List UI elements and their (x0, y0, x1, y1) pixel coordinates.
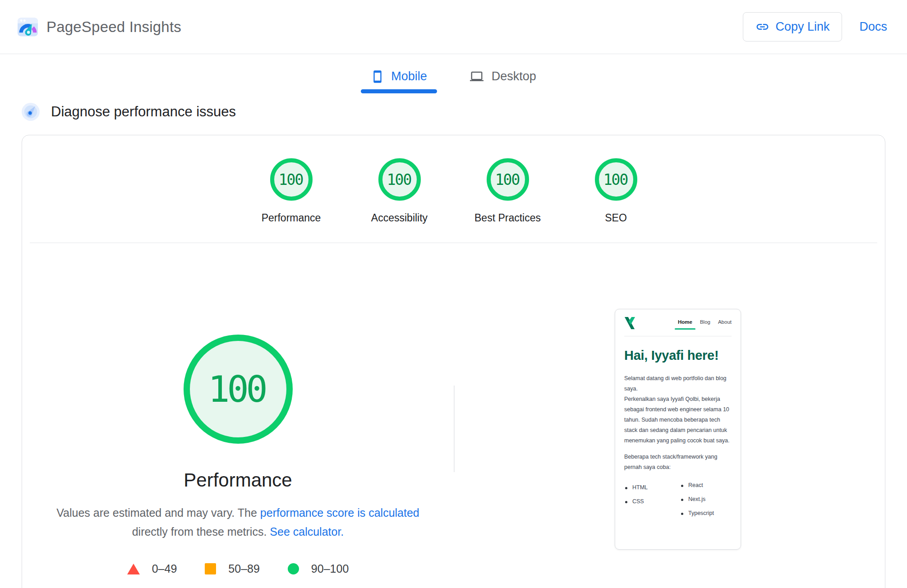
score-circle: 100 (378, 158, 421, 201)
page-screenshot-thumbnail[interactable]: Home Blog About Hai, Iyyafi here! Selama… (615, 309, 741, 550)
score-value: 100 (604, 171, 628, 188)
docs-link[interactable]: Docs (859, 20, 887, 34)
mini-site-paragraph: Perkenalkan saya Iyyafi Qolbi, bekerja s… (624, 394, 732, 446)
copy-link-label: Copy Link (775, 20, 829, 34)
category-score-row: 100 Performance 100 Accessibility 100 Be… (22, 135, 885, 243)
laptop-icon (469, 70, 485, 83)
tab-desktop[interactable]: Desktop (458, 64, 547, 93)
score-value: 100 (496, 171, 520, 188)
list-item: React (680, 482, 732, 488)
score-circle: 100 (487, 158, 529, 201)
mini-site-list-left: HTML CSS (624, 477, 680, 516)
mini-nav-home: Home (678, 319, 692, 325)
header-actions: Copy Link Docs (743, 12, 887, 41)
score-disclaimer: Values are estimated and may vary. The p… (40, 503, 437, 541)
pagespeed-logo-icon (17, 15, 39, 39)
copy-link-button[interactable]: Copy Link (743, 12, 842, 41)
score-label: Best Practices (474, 212, 541, 224)
mini-site-list-right: React Next.js Typescript (680, 474, 732, 516)
performance-section: 100 Performance Values are estimated and… (22, 243, 885, 588)
device-tabbar: Mobile Desktop (0, 64, 907, 93)
disclaimer-text: Values are estimated and may vary. The (56, 506, 260, 519)
green-circle-icon (288, 563, 299, 574)
legend-item-pass: 90–100 (288, 562, 349, 575)
link-icon (755, 20, 769, 34)
score-circle: 100 (270, 158, 313, 201)
list-item: Typescript (680, 510, 732, 516)
legend-range: 0–49 (152, 562, 177, 575)
tab-mobile-label: Mobile (391, 69, 427, 83)
score-value: 100 (280, 171, 303, 188)
performance-gauge-title: Performance (184, 469, 292, 491)
app-title: PageSpeed Insights (46, 18, 181, 36)
speedometer-icon (21, 102, 40, 121)
legend-item-average: 50–89 (205, 562, 260, 575)
score-item-performance[interactable]: 100 Performance (253, 158, 330, 224)
mini-nav-blog: Blog (700, 319, 710, 325)
score-value: 100 (388, 171, 411, 188)
score-calculated-link[interactable]: performance score is calculated (260, 506, 419, 519)
red-triangle-icon (127, 564, 140, 574)
orange-square-icon (205, 563, 216, 574)
mini-site-header: Home Blog About (624, 317, 732, 336)
score-label: SEO (605, 212, 627, 224)
list-item: Next.js (680, 496, 732, 502)
smartphone-icon (371, 70, 384, 83)
diagnose-title: Diagnose performance issues (51, 104, 236, 120)
report-card: 100 Performance 100 Accessibility 100 Be… (22, 135, 885, 588)
diagnose-section-header: Diagnose performance issues (21, 102, 907, 121)
legend-range: 90–100 (311, 562, 349, 575)
performance-gauge: 100 (184, 335, 293, 444)
score-circle: 100 (595, 158, 637, 201)
score-item-accessibility[interactable]: 100 Accessibility (361, 158, 438, 224)
score-range-legend: 0–49 50–89 90–100 (127, 562, 349, 575)
mini-site-tech-lists: HTML CSS React Next.js Typescript (624, 477, 732, 516)
see-calculator-link[interactable]: See calculator. (270, 525, 344, 538)
performance-gauge-value: 100 (211, 368, 265, 410)
mini-site-logo-icon (624, 317, 635, 330)
mini-nav-about: About (718, 319, 732, 325)
legend-range: 50–89 (228, 562, 260, 575)
app-header: PageSpeed Insights Copy Link Docs (0, 0, 907, 54)
score-item-best-practices[interactable]: 100 Best Practices (470, 158, 546, 224)
disclaimer-text: directly from these metrics. (132, 525, 270, 538)
screenshot-column: Home Blog About Hai, Iyyafi here! Selama… (455, 243, 885, 575)
brand: PageSpeed Insights (17, 15, 181, 39)
score-label: Accessibility (371, 212, 428, 224)
mini-site-nav: Home Blog About (678, 319, 732, 325)
list-item: HTML (624, 484, 680, 491)
tab-mobile[interactable]: Mobile (360, 64, 438, 93)
score-item-seo[interactable]: 100 SEO (578, 158, 654, 224)
mini-site-paragraph: Beberapa tech stack/framework yang perna… (624, 452, 732, 473)
performance-gauge-column: 100 Performance Values are estimated and… (22, 243, 454, 575)
mini-site-body-text: Selamat datang di web portfolio dan blog… (624, 373, 732, 473)
mini-site-heading: Hai, Iyyafi here! (624, 348, 732, 363)
tab-desktop-label: Desktop (492, 69, 536, 83)
score-label: Performance (262, 212, 321, 224)
mini-site-paragraph: Selamat datang di web portfolio dan blog… (624, 373, 732, 394)
legend-item-fail: 0–49 (127, 562, 177, 575)
list-item: CSS (624, 498, 680, 505)
